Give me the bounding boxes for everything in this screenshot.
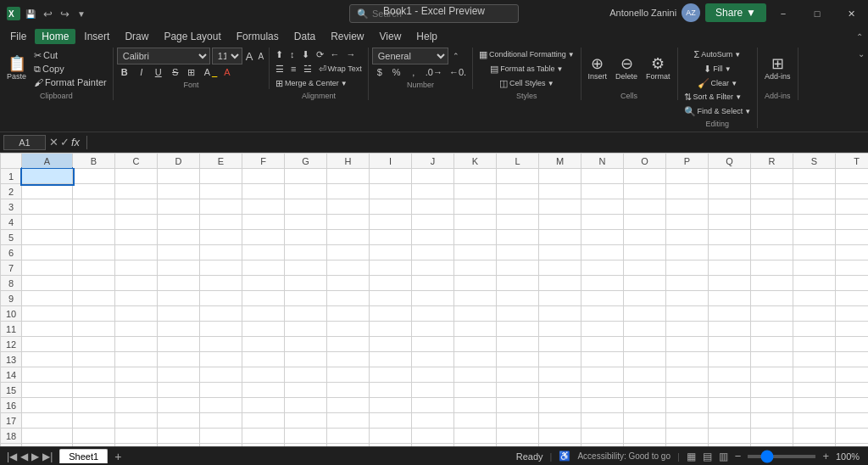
cell-H16[interactable] — [327, 398, 370, 413]
cell-D13[interactable] — [158, 352, 200, 367]
cell-R3[interactable] — [751, 199, 793, 215]
sheet-nav-next[interactable]: ▶ — [31, 451, 39, 462]
col-header-K[interactable]: K — [454, 154, 497, 169]
cell-R8[interactable] — [751, 276, 793, 291]
menu-data[interactable]: Data — [287, 29, 322, 44]
cell-G2[interactable] — [285, 184, 327, 199]
cell-O12[interactable] — [624, 337, 666, 352]
cell-I10[interactable] — [370, 306, 412, 322]
cell-S11[interactable] — [793, 322, 836, 337]
menu-home[interactable]: Home — [35, 29, 75, 44]
wrap-text-button[interactable]: ⏎ Wrap Text — [316, 62, 364, 76]
cell-S7[interactable] — [793, 261, 836, 276]
addins-button[interactable]: ⊞ Add-ins — [761, 48, 794, 90]
cell-F12[interactable] — [242, 337, 285, 352]
cell-H4[interactable] — [327, 215, 370, 230]
cell-H10[interactable] — [327, 306, 370, 322]
cell-J14[interactable] — [412, 367, 454, 383]
merge-center-button[interactable]: ⊞ Merge & Center ▼ — [273, 76, 349, 90]
cell-E4[interactable] — [200, 215, 242, 230]
cell-H12[interactable] — [327, 337, 370, 352]
cell-E15[interactable] — [200, 383, 242, 398]
cell-E17[interactable] — [200, 413, 242, 429]
cell-T14[interactable] — [836, 367, 869, 383]
cell-A3[interactable] — [22, 199, 73, 215]
cell-N18[interactable] — [581, 429, 624, 444]
cell-P10[interactable] — [666, 306, 709, 322]
cell-H1[interactable] — [327, 169, 370, 184]
number-format-expand[interactable]: ⌃ — [450, 49, 462, 63]
cell-S6[interactable] — [793, 245, 836, 261]
cell-I9[interactable] — [370, 291, 412, 306]
cell-I7[interactable] — [370, 261, 412, 276]
cell-Q7[interactable] — [709, 261, 751, 276]
cell-Q3[interactable] — [709, 199, 751, 215]
cell-J13[interactable] — [412, 352, 454, 367]
row-header-7[interactable]: 7 — [1, 261, 22, 276]
indent-decrease-button[interactable]: ← — [328, 48, 342, 61]
cell-C18[interactable] — [115, 429, 158, 444]
cell-I18[interactable] — [370, 429, 412, 444]
sheet1-tab[interactable]: Sheet1 — [59, 449, 108, 463]
cell-C13[interactable] — [115, 352, 158, 367]
cell-B5[interactable] — [73, 230, 115, 245]
cell-C5[interactable] — [115, 230, 158, 245]
cell-M3[interactable] — [539, 199, 581, 215]
cell-D14[interactable] — [158, 367, 200, 383]
cell-G8[interactable] — [285, 276, 327, 291]
align-center-button[interactable]: ≡ — [288, 62, 298, 76]
cell-I15[interactable] — [370, 383, 412, 398]
cell-B1[interactable] — [73, 169, 115, 184]
cell-G17[interactable] — [285, 413, 327, 429]
cell-D9[interactable] — [158, 291, 200, 306]
cell-S16[interactable] — [793, 398, 836, 413]
cell-G3[interactable] — [285, 199, 327, 215]
cell-B14[interactable] — [73, 367, 115, 383]
cell-R9[interactable] — [751, 291, 793, 306]
cell-F13[interactable] — [242, 352, 285, 367]
cell-N11[interactable] — [581, 322, 624, 337]
cell-B18[interactable] — [73, 429, 115, 444]
sort-dropdown[interactable]: ▼ — [735, 93, 742, 101]
number-format-select[interactable]: General — [372, 48, 448, 64]
cell-L16[interactable] — [497, 398, 539, 413]
cell-E3[interactable] — [200, 199, 242, 215]
cell-M17[interactable] — [539, 413, 581, 429]
minimize-button[interactable]: − — [766, 0, 800, 27]
cell-O8[interactable] — [624, 276, 666, 291]
cell-M13[interactable] — [539, 352, 581, 367]
cell-N17[interactable] — [581, 413, 624, 429]
cell-G13[interactable] — [285, 352, 327, 367]
cell-J10[interactable] — [412, 306, 454, 322]
cell-C10[interactable] — [115, 306, 158, 322]
cell-D11[interactable] — [158, 322, 200, 337]
ribbon-collapse[interactable]: ⌃ — [854, 32, 865, 42]
cell-M6[interactable] — [539, 245, 581, 261]
cell-A16[interactable] — [22, 398, 73, 413]
cell-Q5[interactable] — [709, 230, 751, 245]
cell-S4[interactable] — [793, 215, 836, 230]
cell-O6[interactable] — [624, 245, 666, 261]
cell-L13[interactable] — [497, 352, 539, 367]
cell-K18[interactable] — [454, 429, 497, 444]
cell-O15[interactable] — [624, 383, 666, 398]
cell-P9[interactable] — [666, 291, 709, 306]
cell-H8[interactable] — [327, 276, 370, 291]
cell-A9[interactable] — [22, 291, 73, 306]
cell-K13[interactable] — [454, 352, 497, 367]
ribbon-expand-btn[interactable]: ⌄ — [856, 49, 866, 59]
cell-M9[interactable] — [539, 291, 581, 306]
format-as-table-button[interactable]: ▤ Format as Table ▼ — [487, 62, 565, 76]
cell-M8[interactable] — [539, 276, 581, 291]
cell-A7[interactable] — [22, 261, 73, 276]
cell-I17[interactable] — [370, 413, 412, 429]
cell-A6[interactable] — [22, 245, 73, 261]
customize-icon[interactable]: ▼ — [75, 7, 88, 20]
cell-E8[interactable] — [200, 276, 242, 291]
merge-dropdown[interactable]: ▼ — [341, 80, 348, 87]
cell-T11[interactable] — [836, 322, 869, 337]
cell-O3[interactable] — [624, 199, 666, 215]
formula-input[interactable] — [94, 135, 865, 150]
cell-S13[interactable] — [793, 352, 836, 367]
cell-Q17[interactable] — [709, 413, 751, 429]
